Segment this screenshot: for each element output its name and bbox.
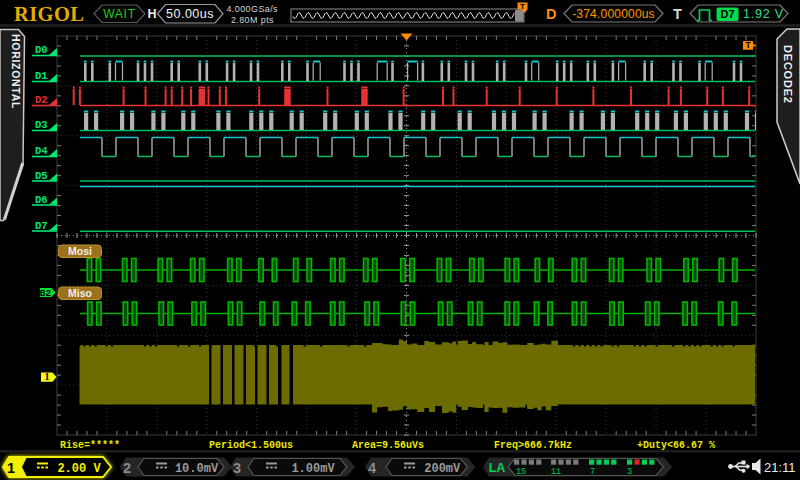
svg-text:7: 7: [590, 467, 595, 477]
svg-text:WAIT: WAIT: [103, 7, 136, 21]
svg-text:-374.000000us: -374.000000us: [572, 7, 655, 21]
svg-text:3: 3: [233, 460, 241, 476]
svg-text:21:11: 21:11: [764, 460, 796, 475]
svg-text:+Duty<66.67 %: +Duty<66.67 %: [637, 440, 715, 451]
svg-text:B2: B2: [40, 288, 52, 299]
svg-text:3: 3: [627, 467, 632, 477]
svg-text:T: T: [673, 6, 682, 22]
svg-text:1: 1: [7, 460, 15, 476]
svg-text:10.0mV: 10.0mV: [175, 462, 219, 476]
svg-text:D4: D4: [35, 145, 48, 157]
svg-text:Miso: Miso: [68, 287, 92, 299]
svg-text:1.00mV: 1.00mV: [291, 462, 335, 476]
svg-text:1: 1: [45, 371, 50, 382]
svg-text:D0: D0: [35, 44, 48, 56]
svg-text:11: 11: [551, 467, 561, 477]
svg-text:15: 15: [516, 467, 526, 477]
svg-text:Area=9.56uVs: Area=9.56uVs: [352, 440, 424, 451]
svg-text:Freq>666.7kHz: Freq>666.7kHz: [494, 440, 572, 451]
svg-text:D2: D2: [35, 94, 48, 106]
svg-text:T: T: [745, 40, 751, 50]
svg-text:RIGOL: RIGOL: [14, 3, 84, 25]
svg-text:T: T: [520, 2, 525, 11]
svg-text:D3: D3: [35, 119, 48, 131]
svg-text:D5: D5: [35, 170, 48, 182]
svg-text:D7: D7: [720, 8, 734, 20]
svg-text:D7: D7: [35, 220, 48, 232]
svg-text:HORIZONTAL: HORIZONTAL: [10, 34, 22, 109]
svg-text:4: 4: [368, 460, 376, 476]
svg-text:D6: D6: [35, 194, 48, 206]
svg-text:Period<1.500us: Period<1.500us: [209, 440, 293, 451]
svg-text:D: D: [546, 6, 556, 22]
svg-text:2: 2: [123, 460, 131, 476]
svg-text:50.00us: 50.00us: [166, 7, 214, 21]
svg-text:DECODE2: DECODE2: [782, 45, 794, 104]
svg-text:LA: LA: [489, 461, 506, 475]
svg-text:D1: D1: [35, 70, 48, 82]
svg-text:Rise=*****: Rise=*****: [60, 440, 120, 451]
svg-text:200mV: 200mV: [424, 462, 461, 476]
svg-text:Mosi: Mosi: [68, 245, 92, 257]
svg-text:2.80M pts: 2.80M pts: [231, 15, 274, 25]
svg-text:2.00 V: 2.00 V: [57, 462, 101, 476]
svg-text:1.92 V: 1.92 V: [743, 7, 784, 21]
svg-text:4.000GSa/s: 4.000GSa/s: [226, 4, 278, 14]
svg-text:H: H: [148, 7, 157, 21]
